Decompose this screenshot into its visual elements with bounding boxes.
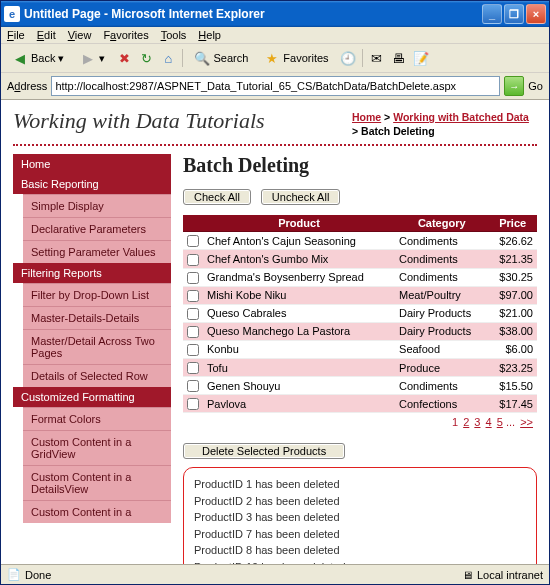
row-checkbox[interactable]	[187, 290, 199, 302]
restore-button[interactable]: ❐	[504, 4, 524, 24]
sidebar-item[interactable]: Custom Content in a GridView	[23, 430, 171, 465]
search-button[interactable]: 🔍Search	[189, 47, 253, 69]
sidebar-item[interactable]: Custom Content in a DetailsView	[23, 465, 171, 500]
search-icon: 🔍	[194, 50, 210, 66]
row-checkbox[interactable]	[187, 362, 199, 374]
refresh-icon[interactable]: ↻	[138, 50, 154, 66]
row-checkbox[interactable]	[187, 235, 199, 247]
content-area: Home > Working with Batched Data > Batch…	[1, 100, 549, 564]
menu-help[interactable]: Help	[198, 29, 221, 41]
menu-file[interactable]: File	[7, 29, 25, 41]
dropdown-icon: ▾	[58, 52, 64, 65]
row-checkbox[interactable]	[187, 308, 199, 320]
main-panel: Batch Deleting Check All Uncheck All Pro…	[183, 154, 537, 564]
sidebar-item[interactable]: Customized Formatting	[13, 387, 171, 407]
browser-window: e Untitled Page - Microsoft Internet Exp…	[0, 0, 550, 585]
cell-price: $17.45	[488, 395, 537, 413]
home-icon[interactable]: ⌂	[160, 50, 176, 66]
uncheck-all-button[interactable]: Uncheck All	[261, 189, 340, 205]
sidebar-item[interactable]: Filter by Drop-Down List	[23, 283, 171, 306]
row-checkbox[interactable]	[187, 380, 199, 392]
cell-category: Condiments	[395, 250, 488, 268]
go-button[interactable]: →	[504, 76, 524, 96]
status-right: Local intranet	[477, 569, 543, 581]
menubar: File Edit View Favorites Tools Help	[1, 27, 549, 44]
forward-button[interactable]: ▶▾	[75, 47, 110, 69]
cell-price: $21.00	[488, 304, 537, 322]
close-button[interactable]: ×	[526, 4, 546, 24]
sidebar-item[interactable]: Custom Content in a	[23, 500, 171, 523]
menu-tools[interactable]: Tools	[161, 29, 187, 41]
sidebar-item[interactable]: Filtering Reports	[13, 263, 171, 283]
row-checkbox[interactable]	[187, 254, 199, 266]
pager-link[interactable]: 3	[474, 416, 480, 428]
sidebar-item[interactable]: Home	[13, 154, 171, 174]
sidebar-item[interactable]: Simple Display	[23, 194, 171, 217]
stop-icon[interactable]: ✖	[116, 50, 132, 66]
back-button[interactable]: ◀Back ▾	[7, 47, 69, 69]
address-input[interactable]	[51, 76, 500, 96]
delete-selected-button[interactable]: Delete Selected Products	[183, 443, 345, 459]
sidebar-item[interactable]: Master/Detail Across Two Pages	[23, 329, 171, 364]
result-line: ProductID 10 has been deleted	[194, 559, 526, 564]
statusbar: 📄 Done 🖥 Local intranet	[1, 564, 549, 584]
minimize-button[interactable]: _	[482, 4, 502, 24]
pager-link[interactable]: 2	[463, 416, 469, 428]
table-row: KonbuSeafood$6.00	[183, 340, 537, 358]
sidebar-item[interactable]: Master-Details-Details	[23, 306, 171, 329]
window-title: Untitled Page - Microsoft Internet Explo…	[24, 7, 482, 21]
cell-product: Genen Shouyu	[203, 377, 395, 395]
cell-product: Chef Anton's Gumbo Mix	[203, 250, 395, 268]
menu-view[interactable]: View	[68, 29, 92, 41]
check-all-button[interactable]: Check All	[183, 189, 251, 205]
table-row: Queso Manchego La PastoraDairy Products$…	[183, 322, 537, 340]
sidebar-item[interactable]: Declarative Parameters	[23, 217, 171, 240]
sidebar-item[interactable]: Basic Reporting	[13, 174, 171, 194]
menu-favorites[interactable]: Favorites	[103, 29, 148, 41]
cell-product: Queso Cabrales	[203, 304, 395, 322]
pager-link[interactable]: 4	[486, 416, 492, 428]
row-checkbox[interactable]	[187, 398, 199, 410]
ie-icon: e	[4, 6, 20, 22]
cell-price: $26.62	[488, 232, 537, 250]
table-row: Chef Anton's Gumbo MixCondiments$21.35	[183, 250, 537, 268]
dropdown-icon: ▾	[99, 52, 105, 65]
sidebar-item[interactable]: Setting Parameter Values	[23, 240, 171, 263]
main-heading: Batch Deleting	[183, 154, 537, 177]
result-messages: ProductID 1 has been deletedProductID 2 …	[183, 467, 537, 564]
cell-category: Seafood	[395, 340, 488, 358]
result-line: ProductID 2 has been deleted	[194, 493, 526, 510]
edit-icon[interactable]: 📝	[413, 50, 429, 66]
mail-icon[interactable]: ✉	[369, 50, 385, 66]
pager-next[interactable]: >>	[520, 416, 533, 428]
cell-category: Dairy Products	[395, 322, 488, 340]
row-checkbox[interactable]	[187, 326, 199, 338]
col-check	[183, 215, 203, 232]
cell-category: Condiments	[395, 268, 488, 286]
favorites-button[interactable]: ★Favorites	[259, 47, 333, 69]
sidebar-item[interactable]: Format Colors	[23, 407, 171, 430]
titlebar: e Untitled Page - Microsoft Internet Exp…	[1, 1, 549, 27]
result-line: ProductID 3 has been deleted	[194, 509, 526, 526]
breadcrumb-section[interactable]: Working with Batched Data	[393, 111, 529, 123]
result-line: ProductID 1 has been deleted	[194, 476, 526, 493]
pager-link[interactable]: 5	[497, 416, 503, 428]
address-label: Address	[7, 80, 47, 92]
menu-edit[interactable]: Edit	[37, 29, 56, 41]
toolbar: ◀Back ▾ ▶▾ ✖ ↻ ⌂ 🔍Search ★Favorites 🕘 ✉ …	[1, 44, 549, 73]
table-row: TofuProduce$23.25	[183, 359, 537, 377]
row-checkbox[interactable]	[187, 344, 199, 356]
cell-category: Produce	[395, 359, 488, 377]
cell-product: Grandma's Boysenberry Spread	[203, 268, 395, 286]
print-icon[interactable]: 🖶	[391, 50, 407, 66]
breadcrumb-home[interactable]: Home	[352, 111, 381, 123]
cell-price: $15.50	[488, 377, 537, 395]
row-checkbox[interactable]	[187, 272, 199, 284]
history-icon[interactable]: 🕘	[340, 50, 356, 66]
cell-category: Condiments	[395, 377, 488, 395]
table-row: Genen ShouyuCondiments$15.50	[183, 377, 537, 395]
col-price: Price	[488, 215, 537, 232]
breadcrumb-current: Batch Deleting	[361, 125, 435, 137]
cell-product: Pavlova	[203, 395, 395, 413]
sidebar-item[interactable]: Details of Selected Row	[23, 364, 171, 387]
